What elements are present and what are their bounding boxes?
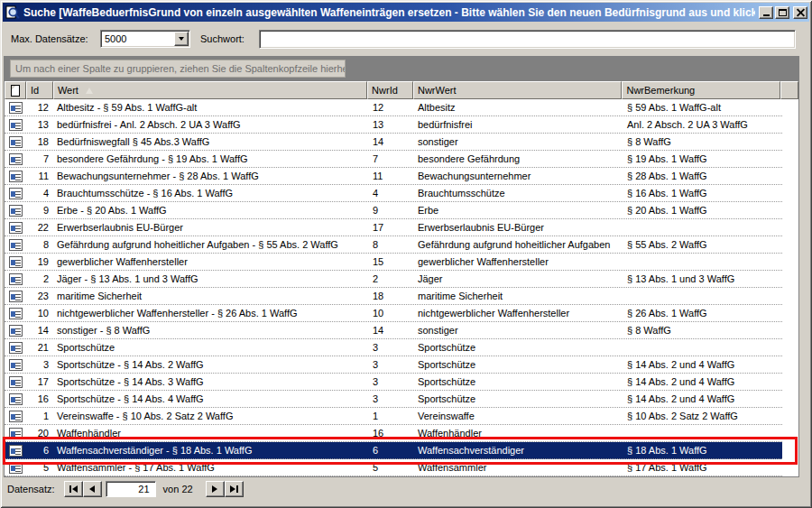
- record-selector-cell: [5, 168, 26, 184]
- cell-nwrid: 14: [368, 322, 414, 338]
- last-record-icon: [236, 485, 238, 493]
- last-record-button[interactable]: [225, 481, 244, 497]
- record-icon: [9, 102, 23, 114]
- cell-id: 13: [26, 116, 53, 133]
- column-header-wert[interactable]: Wert: [53, 81, 367, 99]
- cell-id: 8: [26, 236, 53, 253]
- cell-nwrwert: Erbe: [414, 202, 623, 218]
- cell-nwrid: 14: [368, 134, 414, 150]
- close-button[interactable]: [793, 6, 807, 19]
- first-record-button[interactable]: [64, 481, 83, 497]
- cell-nwrid: 17: [368, 219, 414, 236]
- minimize-button[interactable]: [759, 6, 773, 19]
- triangle-right-icon: [230, 485, 235, 493]
- record-icon: [9, 273, 23, 285]
- dropdown-button[interactable]: [174, 32, 189, 46]
- record-selector-cell: [5, 305, 26, 321]
- cell-nwrbemerkung: § 19 Abs. 1 WaffG: [623, 151, 782, 167]
- table-row[interactable]: 23maritime Sicherheit18maritime Sicherhe…: [5, 288, 782, 305]
- triangle-right-icon: [212, 485, 217, 493]
- table-row[interactable]: 8Gefährdung aufgrund hoheitlicher Aufgab…: [5, 236, 782, 254]
- table-row[interactable]: 9Erbe - § 20 Abs. 1 WaffG9Erbe§ 20 Abs. …: [5, 202, 782, 219]
- record-icon: [9, 188, 23, 199]
- column-header-recordselector[interactable]: [5, 81, 26, 99]
- record-selector-cell: [5, 219, 26, 236]
- triangle-left-icon: [89, 485, 95, 493]
- close-icon: [797, 9, 805, 16]
- cell-id: 18: [26, 134, 53, 150]
- record-selector-cell: [5, 288, 26, 304]
- table-row[interactable]: 12Altbesitz - § 59 Abs. 1 WaffG-alt12Alt…: [5, 99, 782, 116]
- table-row[interactable]: 21Sportschütze3Sportschütze: [5, 339, 782, 356]
- cell-nwrwert: Vereinswaffe: [414, 408, 623, 424]
- cell-nwrwert: maritime Sicherheit: [414, 288, 623, 304]
- column-header-label: Id: [31, 83, 39, 98]
- record-selector-cell: [5, 374, 26, 390]
- minimize-icon: [763, 14, 770, 16]
- column-header-nwrbemerkung[interactable]: NwrBemerkung: [622, 81, 780, 99]
- table-row[interactable]: 3Sportschütze - § 14 Abs. 2 WaffG3Sports…: [5, 356, 782, 374]
- cell-nwrid: 3: [368, 339, 414, 356]
- group-by-dropzone[interactable]: Um nach einer Spalte zu gruppieren, zieh…: [5, 56, 798, 81]
- cell-nwrwert: besondere Gefährdung: [414, 151, 623, 167]
- record-icon: [9, 205, 23, 217]
- cell-nwrbemerkung: § 10 Abs. 2 Satz 2 WaffG: [623, 408, 782, 424]
- current-record-input[interactable]: 21: [106, 481, 156, 497]
- max-records-value: 5000: [101, 33, 174, 44]
- table-row[interactable]: 11Bewachungsunternehmer - § 28 Abs. 1 Wa…: [5, 168, 782, 185]
- cell-id: 12: [26, 99, 53, 115]
- table-row[interactable]: 4Brauchtumsschütze - § 16 Abs. 1 WaffG4B…: [5, 185, 782, 202]
- toolbar: Max. Datensätze: 5000 Suchwort:: [4, 22, 808, 56]
- column-header-nwrid[interactable]: NwrId: [367, 81, 413, 99]
- cell-nwrid: 3: [368, 356, 414, 373]
- maximize-button[interactable]: [775, 6, 789, 19]
- maximize-icon: [779, 9, 787, 16]
- cell-nwrid: 10: [368, 305, 414, 321]
- table-row[interactable]: 17Sportschütze - § 14 Abs. 3 WaffG3Sport…: [5, 374, 782, 391]
- column-header-id[interactable]: Id: [26, 81, 53, 99]
- previous-record-button[interactable]: [83, 481, 102, 497]
- table-row[interactable]: 2Jäger - § 13 Abs. 1 und 3 WaffG2Jäger§ …: [5, 271, 782, 288]
- max-records-select[interactable]: 5000: [100, 30, 190, 48]
- document-icon: [11, 85, 20, 97]
- cell-wert: nichtgewerblicher Waffenhersteller - § 2…: [53, 305, 368, 321]
- cell-nwrwert: Altbesitz: [414, 99, 623, 115]
- record-selector-cell: [5, 202, 26, 218]
- table-row[interactable]: 19gewerblicher Waffenhersteller15gewerbl…: [5, 254, 782, 271]
- cell-wert: maritime Sicherheit: [53, 288, 368, 304]
- cell-id: 14: [26, 322, 53, 338]
- table-row[interactable]: 22Erwerbserlaubnis EU-Bürger17Erwerbserl…: [5, 219, 782, 236]
- next-record-button[interactable]: [206, 481, 225, 497]
- table-row[interactable]: 7besondere Gefährdung - § 19 Abs. 1 Waff…: [5, 151, 782, 168]
- cell-nwrbemerkung: § 13 Abs. 1 und 3 WaffG: [623, 271, 782, 287]
- cell-wert: Sportschütze - § 14 Abs. 2 WaffG: [53, 356, 368, 373]
- cell-id: 21: [26, 339, 53, 356]
- cell-nwrid: 2: [368, 271, 414, 287]
- record-icon: [9, 119, 23, 131]
- table-row[interactable]: 16Sportschütze - § 14 Abs. 4 WaffG3Sport…: [5, 391, 782, 408]
- table-row[interactable]: 18Bedürfniswegfall § 45 Abs.3 WaffG14son…: [5, 134, 782, 151]
- cell-wert: Bedürfniswegfall § 45 Abs.3 WaffG: [53, 134, 368, 150]
- cell-nwrwert: Sportschütze: [414, 374, 623, 390]
- cell-nwrbemerkung: § 55 Abs. 2 WaffG: [623, 236, 782, 253]
- table-row[interactable]: 14sonstiger - § 8 WaffG14sonstiger§ 8 Wa…: [5, 322, 782, 339]
- cell-wert: Altbesitz - § 59 Abs. 1 WaffG-alt: [53, 99, 368, 115]
- search-input[interactable]: [259, 30, 796, 49]
- column-header-stub: [780, 81, 798, 99]
- table-row[interactable]: 13bedürfnisfrei - Anl. 2 Absch. 2 UA 3 W…: [5, 116, 782, 134]
- cell-nwrwert: Sportschütze: [414, 356, 623, 373]
- column-header-label: NwrBemerkung: [626, 83, 695, 98]
- record-count-label: von 22: [163, 484, 193, 494]
- title-bar[interactable]: Suche [WaffeBeduerfnisGrund von einzeln …: [3, 3, 809, 22]
- triangle-left-icon: [72, 485, 78, 493]
- table-row[interactable]: 10nichtgewerblicher Waffenhersteller - §…: [5, 305, 782, 322]
- table-row[interactable]: 1Vereinswaffe - § 10 Abs. 2 Satz 2 WaffG…: [5, 408, 782, 425]
- cell-nwrwert: Sportschütze: [414, 391, 623, 407]
- group-by-hint: Um nach einer Spalte zu gruppieren, zieh…: [10, 60, 346, 78]
- sort-ascending-icon: [86, 88, 93, 94]
- column-header-nwrwert[interactable]: NwrWert: [413, 81, 622, 99]
- cell-id: 7: [26, 151, 53, 167]
- first-record-icon: [69, 485, 71, 493]
- cell-wert: Brauchtumsschütze - § 16 Abs. 1 WaffG: [53, 185, 368, 201]
- cell-nwrid: 3: [368, 391, 414, 407]
